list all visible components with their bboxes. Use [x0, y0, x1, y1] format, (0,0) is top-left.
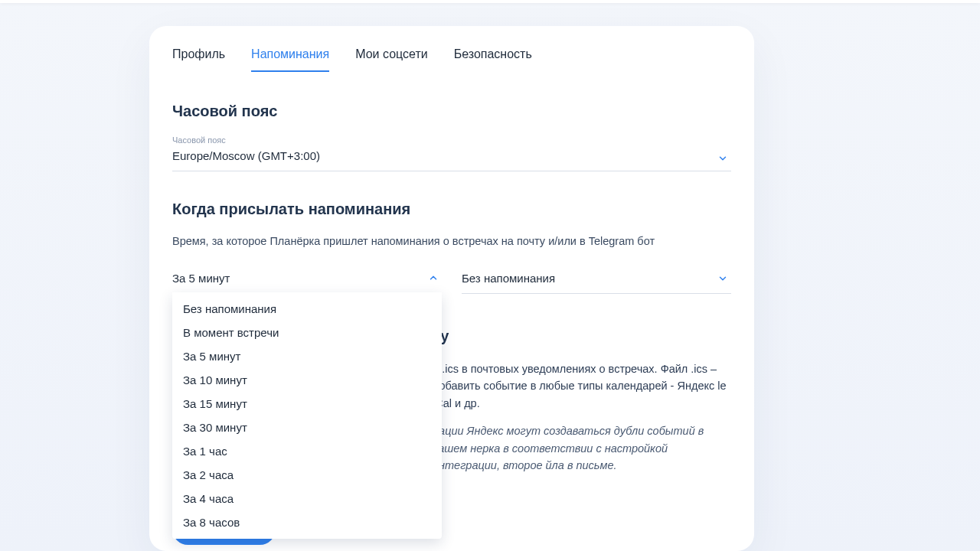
reminder-select-1-value: За 5 минут	[172, 272, 230, 285]
tab-profile[interactable]: Профиль	[172, 47, 225, 72]
dropdown-option[interactable]: За 8 часов	[172, 510, 442, 534]
chevron-down-icon	[717, 273, 728, 284]
timezone-label: Часовой пояс	[172, 135, 731, 145]
dropdown-option[interactable]: За 15 минут	[172, 392, 442, 416]
tab-socials[interactable]: Мои соцсети	[355, 47, 427, 72]
reminder-select-1[interactable]: За 5 минут Без напоминания В момент встр…	[172, 264, 442, 294]
content-area: Часовой пояс Часовой пояс Europe/Moscow …	[149, 72, 754, 546]
dropdown-option[interactable]: В момент встречи	[172, 321, 442, 344]
top-shadow	[0, 0, 980, 3]
reminders-selects-row: За 5 минут Без напоминания В момент встр…	[172, 264, 731, 294]
reminder-dropdown: Без напоминания В момент встречи За 5 ми…	[172, 292, 442, 539]
tabs: Профиль Напоминания Мои соцсети Безопасн…	[149, 26, 754, 72]
dropdown-option[interactable]: За 4 часа	[172, 487, 442, 510]
tab-reminders[interactable]: Напоминания	[251, 47, 329, 72]
dropdown-option[interactable]: За 10 минут	[172, 368, 442, 392]
timezone-title: Часовой пояс	[172, 103, 731, 120]
dropdown-option[interactable]: За 30 минут	[172, 416, 442, 439]
dropdown-option[interactable]: За 5 минут	[172, 344, 442, 368]
reminders-description: Время, за которое Планёрка пришлет напом…	[172, 233, 731, 250]
reminder-select-2-value: Без напоминания	[462, 272, 555, 285]
tab-security[interactable]: Безопасность	[454, 47, 532, 72]
dropdown-option[interactable]: За 1 час	[172, 439, 442, 463]
reminder-select-2[interactable]: Без напоминания	[462, 264, 731, 294]
dropdown-option[interactable]: За 2 часа	[172, 463, 442, 487]
dropdown-option[interactable]: Без напоминания	[172, 297, 442, 321]
timezone-value: Europe/Moscow (GMT+3:00)	[172, 149, 320, 162]
timezone-select[interactable]: Europe/Moscow (GMT+3:00)	[172, 146, 731, 171]
settings-card: Профиль Напоминания Мои соцсети Безопасн…	[149, 26, 754, 551]
chevron-up-icon	[428, 272, 439, 283]
chevron-down-icon	[717, 153, 728, 164]
reminders-title: Когда присылать напоминания	[172, 201, 731, 218]
